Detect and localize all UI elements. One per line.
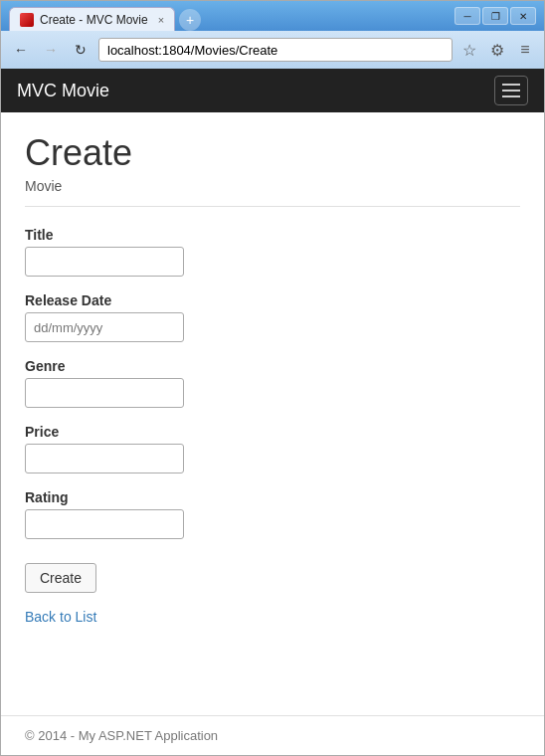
active-tab[interactable]: Create - MVC Movie × bbox=[9, 7, 175, 31]
hamburger-line-1 bbox=[502, 84, 520, 86]
form-group-rating: Rating bbox=[25, 489, 520, 539]
create-submit-button[interactable]: Create bbox=[25, 563, 96, 593]
form-group-title: Title bbox=[25, 227, 520, 277]
hamburger-line-3 bbox=[502, 95, 520, 97]
menu-icon[interactable]: ≡ bbox=[514, 39, 536, 61]
label-title: Title bbox=[25, 227, 520, 243]
minimize-button[interactable]: ─ bbox=[454, 7, 480, 25]
tab-bar: Create - MVC Movie × + bbox=[9, 1, 201, 31]
label-rating: Rating bbox=[25, 489, 520, 505]
page-footer: © 2014 - My ASP.NET Application bbox=[1, 715, 544, 755]
new-tab-button[interactable]: + bbox=[179, 9, 201, 31]
tab-favicon bbox=[20, 13, 34, 27]
input-genre[interactable] bbox=[25, 378, 184, 408]
tab-title: Create - MVC Movie bbox=[40, 13, 148, 27]
app-brand: MVC Movie bbox=[17, 81, 494, 101]
refresh-button[interactable]: ↻ bbox=[69, 38, 92, 62]
close-button[interactable]: ✕ bbox=[510, 7, 536, 25]
create-form: TitleRelease DateGenrePriceRating bbox=[25, 227, 520, 539]
form-group-price: Price bbox=[25, 424, 520, 473]
settings-icon[interactable]: ⚙ bbox=[486, 39, 508, 61]
form-group-release-date: Release Date bbox=[25, 292, 520, 342]
back-button[interactable]: ← bbox=[9, 38, 33, 62]
back-to-list-link[interactable]: Back to List bbox=[25, 609, 520, 625]
bookmark-icon[interactable]: ☆ bbox=[458, 39, 480, 61]
tab-close-button[interactable]: × bbox=[158, 14, 164, 26]
footer-text: © 2014 - My ASP.NET Application bbox=[25, 728, 218, 743]
input-price[interactable] bbox=[25, 444, 184, 473]
window-controls: ─ ❐ ✕ bbox=[454, 7, 536, 25]
label-price: Price bbox=[25, 424, 520, 440]
form-group-genre: Genre bbox=[25, 358, 520, 408]
input-release-date[interactable] bbox=[25, 312, 184, 342]
input-title[interactable] bbox=[25, 247, 184, 277]
browser-window: Create - MVC Movie × + ─ ❐ ✕ ← → ↻ ☆ ⚙ ≡… bbox=[0, 0, 545, 756]
page-title: Create bbox=[25, 132, 520, 174]
hamburger-line-2 bbox=[502, 90, 520, 92]
label-genre: Genre bbox=[25, 358, 520, 374]
address-bar: ← → ↻ ☆ ⚙ ≡ bbox=[1, 31, 544, 69]
page-content: Create Movie TitleRelease DateGenrePrice… bbox=[1, 112, 544, 715]
input-rating[interactable] bbox=[25, 509, 184, 539]
forward-button[interactable]: → bbox=[39, 38, 63, 62]
section-label: Movie bbox=[25, 178, 520, 194]
hamburger-button[interactable] bbox=[494, 76, 528, 105]
section-divider bbox=[25, 206, 520, 207]
title-bar: Create - MVC Movie × + ─ ❐ ✕ bbox=[1, 1, 544, 31]
restore-button[interactable]: ❐ bbox=[482, 7, 508, 25]
app-navbar: MVC Movie bbox=[1, 69, 544, 112]
address-input[interactable] bbox=[98, 38, 453, 62]
label-release-date: Release Date bbox=[25, 292, 520, 308]
